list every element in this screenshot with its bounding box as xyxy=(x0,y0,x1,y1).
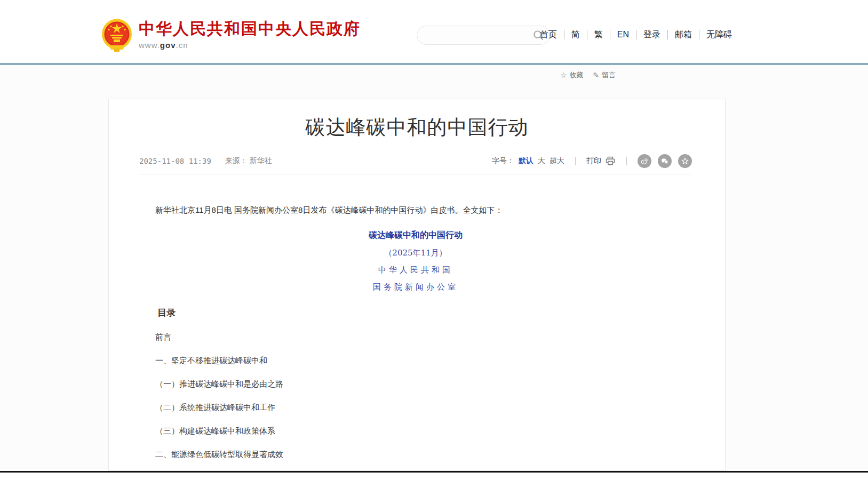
nav-home[interactable]: 首页 xyxy=(540,30,564,39)
font-size-default[interactable]: 默认 xyxy=(519,156,533,166)
search-box[interactable] xyxy=(417,26,550,45)
toc-list: 前言 一、坚定不移推进碳达峰碳中和 （一）推进碳达峰碳中和是必由之路 （二）系统… xyxy=(139,332,692,471)
wechat-icon[interactable] xyxy=(658,154,672,168)
print-label: 打印 xyxy=(586,156,601,166)
article-meta-right: 字号： 默认 大 超大 打印 xyxy=(492,154,692,168)
weibo-icon[interactable] xyxy=(638,154,651,168)
toc-item: 一、坚定不移推进碳达峰碳中和 xyxy=(139,355,692,366)
toc-heading: 目录 xyxy=(139,307,692,319)
toc-item: （三）构建碳达峰碳中和政策体系 xyxy=(139,426,692,436)
message-label: 留言 xyxy=(602,70,616,80)
site-logo[interactable]: 中华人民共和国中央人民政府 www.gov.cn xyxy=(101,19,361,53)
article-meta-row: 2025-11-08 11:39 来源： 新华社 字号： 默认 大 超大 打印 xyxy=(139,154,692,168)
favorite-label: 收藏 xyxy=(570,70,584,80)
star-outline-icon: ☆ xyxy=(560,71,567,79)
nav-traditional[interactable]: 繁 xyxy=(587,30,610,39)
nav-simplified[interactable]: 简 xyxy=(564,30,587,39)
qzone-star-icon[interactable] xyxy=(678,154,692,168)
share-group xyxy=(638,154,692,168)
meta-divider xyxy=(139,174,692,174)
document-org-line2: 国务院新闻办公室 xyxy=(139,282,692,292)
document-date: （2025年11月） xyxy=(139,248,692,258)
intro-paragraph: 新华社北京11月8日电 国务院新闻办公室8日发布《碳达峰碳中和的中国行动》白皮书… xyxy=(139,204,692,217)
divider xyxy=(575,157,576,165)
page-action-row: ☆ 收藏 ✎ 留言 xyxy=(560,70,616,80)
divider xyxy=(626,157,627,165)
document-title: 碳达峰碳中和的中国行动 xyxy=(139,230,692,241)
document-heading: 碳达峰碳中和的中国行动 （2025年11月） 中华人民共和国 国务院新闻办公室 xyxy=(139,230,692,292)
article-meta-left: 2025-11-08 11:39 来源： 新华社 xyxy=(139,156,272,166)
top-nav: 首页 简 繁 EN 登录 邮箱 无障碍 xyxy=(540,30,732,39)
site-title: 中华人民共和国中央人民政府 xyxy=(139,20,361,38)
pencil-icon: ✎ xyxy=(593,71,600,79)
publish-date: 2025-11-08 11:39 xyxy=(139,157,211,165)
search-input[interactable] xyxy=(426,31,532,39)
toc-item: 前言 xyxy=(139,332,692,342)
article-title: 碳达峰碳中和的中国行动 xyxy=(109,114,725,141)
print-button[interactable]: 打印 xyxy=(586,156,616,166)
printer-icon xyxy=(605,156,616,166)
article-body: 新华社北京11月8日电 国务院新闻办公室8日发布《碳达峰碳中和的中国行动》白皮书… xyxy=(139,204,692,471)
toc-item: 二、能源绿色低碳转型取得显著成效 xyxy=(139,449,692,460)
page: 中华人民共和国中央人民政府 www.gov.cn 首页 简 繁 EN 登录 邮箱… xyxy=(0,0,868,488)
nav-login[interactable]: 登录 xyxy=(636,30,667,39)
site-identity: 中华人民共和国中央人民政府 www.gov.cn xyxy=(139,19,361,50)
article-panel: 碳达峰碳中和的中国行动 2025-11-08 11:39 来源： 新华社 字号：… xyxy=(108,99,726,471)
national-emblem-icon xyxy=(101,19,132,53)
message-button[interactable]: ✎ 留言 xyxy=(593,70,616,80)
font-size-xlarge[interactable]: 超大 xyxy=(550,156,564,166)
toc-item: （二）系统推进碳达峰碳中和工作 xyxy=(139,402,692,413)
nav-mail[interactable]: 邮箱 xyxy=(667,30,699,39)
site-header: 中华人民共和国中央人民政府 www.gov.cn 首页 简 繁 EN 登录 邮箱… xyxy=(0,0,868,65)
nav-accessibility[interactable]: 无障碍 xyxy=(699,30,732,39)
below-window-strip xyxy=(0,473,868,488)
favorite-button[interactable]: ☆ 收藏 xyxy=(560,70,584,80)
font-size-large[interactable]: 大 xyxy=(538,156,545,166)
nav-english[interactable]: EN xyxy=(610,30,636,39)
toc-item: （一）推进碳达峰碳中和是必由之路 xyxy=(139,379,692,389)
font-size-label: 字号： xyxy=(492,156,514,166)
document-org-line1: 中华人民共和国 xyxy=(139,265,692,275)
site-url: www.gov.cn xyxy=(139,41,361,50)
article-source: 来源： 新华社 xyxy=(225,156,272,166)
